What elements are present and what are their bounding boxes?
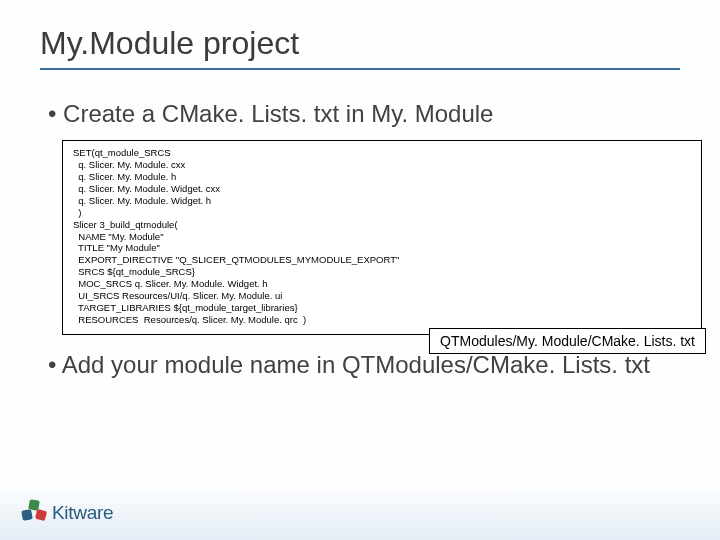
code-block: SET(qt_module_SRCS q. Slicer. My. Module…: [62, 140, 702, 334]
file-path-label: QTModules/My. Module/CMake. Lists. txt: [429, 328, 706, 354]
slide: My.Module project Create a CMake. Lists.…: [0, 0, 720, 540]
kitware-logo: Kitware: [22, 500, 113, 526]
kitware-logo-text: Kitware: [52, 502, 113, 524]
bullet-1: Create a CMake. Lists. txt in My. Module: [48, 98, 680, 130]
slide-title: My.Module project: [40, 25, 680, 70]
kitware-logo-icon: [22, 500, 48, 526]
